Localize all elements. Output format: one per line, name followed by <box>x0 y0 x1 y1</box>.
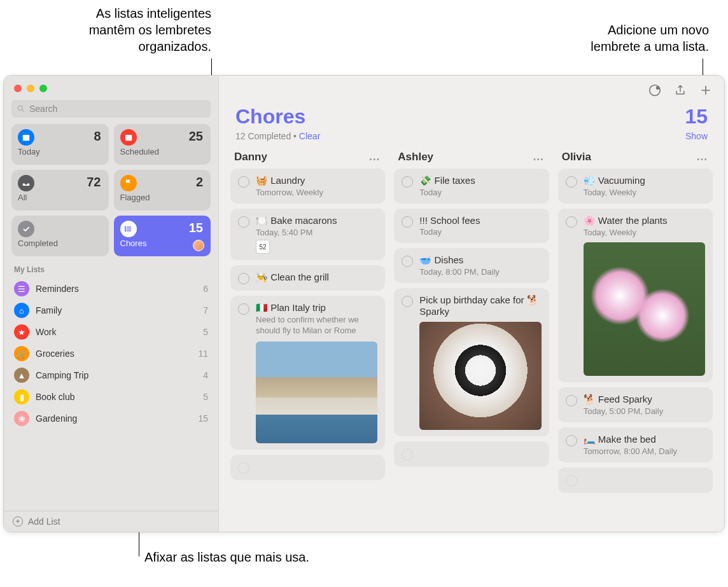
close-window-button[interactable] <box>14 85 22 92</box>
reminder-sub: Today, 5:00 PM, Daily <box>584 406 705 416</box>
list-count: 4 <box>203 370 208 380</box>
reminder-card[interactable]: 🐕 Feed SparkyToday, 5:00 PM, Daily <box>558 387 713 422</box>
card-body: 🥣 DishesToday, 8:00 PM, Daily <box>419 254 541 277</box>
reminder-card[interactable]: 🌸 Water the plantsToday, Weekly <box>558 209 713 382</box>
list-name: Family <box>36 305 197 315</box>
tile-today[interactable]: 8 Today <box>11 124 109 165</box>
sidebar: Search 8 Today 25 Scheduled 72 All 2 Fla… <box>4 76 219 532</box>
checkbox[interactable] <box>566 216 577 228</box>
list-item[interactable]: ▲Camping Trip4 <box>4 364 218 386</box>
column: Olivia…💨 VacuumingToday, Weekly🌸 Water t… <box>558 148 713 532</box>
clear-button[interactable]: Clear <box>299 131 320 141</box>
column: Danny…🧺 LaundryTomorrow, Weekly🍽️ Bake m… <box>230 148 385 532</box>
svg-rect-2 <box>23 135 30 141</box>
list-name: Book club <box>36 392 197 402</box>
tray-icon <box>18 175 34 191</box>
reminder-title: 👨‍🍳 Clean the grill <box>256 272 377 283</box>
add-list-button[interactable]: + Add List <box>4 511 218 532</box>
reminder-card[interactable]: 🧺 LaundryTomorrow, Weekly <box>230 169 385 204</box>
tile-completed[interactable]: Completed <box>11 216 109 256</box>
tile-flagged[interactable]: 2 Flagged <box>114 170 211 211</box>
search-input[interactable]: Search <box>11 100 211 118</box>
checkbox[interactable] <box>402 176 413 188</box>
list-count: 5 <box>203 392 208 402</box>
cards: 💸 File taxesToday!!! School feesToday🥣 D… <box>394 169 549 467</box>
checkbox[interactable] <box>566 435 577 446</box>
list-name: Gardening <box>36 413 192 424</box>
column-more-button[interactable]: … <box>368 150 381 163</box>
reminder-card[interactable]: 👨‍🍳 Clean the grill <box>230 265 385 291</box>
list-item[interactable]: ❀Gardening15 <box>4 408 218 429</box>
reminder-title: 💸 File taxes <box>419 175 541 186</box>
checkbox[interactable] <box>238 176 249 188</box>
list-item[interactable]: ▮Book club5 <box>4 386 218 408</box>
cards: 💨 VacuumingToday, Weekly🌸 Water the plan… <box>558 169 713 493</box>
tile-scheduled[interactable]: 25 Scheduled <box>114 124 211 165</box>
checkmark-icon <box>18 221 34 237</box>
week-badge: 52 <box>256 240 270 254</box>
share-button[interactable] <box>673 83 687 97</box>
tile-count: 25 <box>189 129 203 144</box>
column-title: Ashley <box>398 151 433 163</box>
list-name: Camping Trip <box>36 370 197 380</box>
column-header: Danny… <box>230 148 385 169</box>
reminder-card[interactable]: 🇮🇹 Plan Italy tripNeed to confirm whethe… <box>230 296 385 450</box>
reminder-image <box>584 242 705 376</box>
card-body: 👨‍🍳 Clean the grill <box>256 272 377 284</box>
reminder-title: 🥣 Dishes <box>419 254 541 266</box>
list-item[interactable]: 🛒Groceries11 <box>4 343 218 364</box>
search-placeholder: Search <box>29 104 57 114</box>
reminder-card[interactable] <box>394 441 549 467</box>
fullscreen-window-button[interactable] <box>39 85 47 92</box>
checkbox[interactable] <box>238 216 249 228</box>
reminder-image <box>419 322 541 430</box>
column-more-button[interactable]: … <box>696 150 709 163</box>
tile-chores[interactable]: 15 Chores <box>114 216 211 256</box>
shared-avatar-icon <box>193 240 204 251</box>
checkbox[interactable] <box>402 216 413 228</box>
reminder-card[interactable]: Pick up birthday cake for 🐕 Sparky <box>394 288 549 436</box>
reminder-image <box>256 342 377 443</box>
tile-count: 15 <box>189 221 203 235</box>
reminder-card[interactable]: !!! School feesToday <box>394 209 549 243</box>
list-name: Groceries <box>36 349 192 359</box>
minimize-window-button[interactable] <box>27 85 34 92</box>
show-button[interactable]: Show <box>685 131 708 141</box>
reminder-title: 🐕 Feed Sparky <box>584 394 705 405</box>
reminders-window: Search 8 Today 25 Scheduled 72 All 2 Fla… <box>3 75 725 532</box>
tile-label: All <box>18 193 102 202</box>
checkbox[interactable] <box>566 395 577 406</box>
reminder-sub: Today <box>419 188 541 197</box>
column-title: Danny <box>234 151 267 163</box>
tile-count: 72 <box>87 175 101 190</box>
card-body: Pick up birthday cake for 🐕 Sparky <box>419 294 541 430</box>
checkbox[interactable] <box>402 296 413 307</box>
list-subheader: 12 Completed • Clear Show <box>219 131 724 148</box>
reminder-card[interactable]: 💸 File taxesToday <box>394 169 549 204</box>
column-more-button[interactable]: … <box>533 150 545 163</box>
list-item[interactable]: ★Work5 <box>4 321 218 343</box>
svg-point-8 <box>125 228 125 229</box>
collaborate-button[interactable] <box>648 83 662 97</box>
reminder-card[interactable]: 🍽️ Bake macaronsToday, 5:40 PM52 <box>230 209 385 260</box>
card-body: 🍽️ Bake macaronsToday, 5:40 PM52 <box>256 215 377 254</box>
list-item[interactable]: ☰Reminders6 <box>4 278 218 300</box>
section-header: My Lists <box>4 256 218 278</box>
checkbox[interactable] <box>402 256 413 267</box>
checkbox[interactable] <box>566 176 577 188</box>
tile-label: Completed <box>18 238 102 248</box>
reminder-card[interactable]: 🛏️ Make the bedTomorrow, 8:00 AM, Daily <box>558 427 713 462</box>
checkbox[interactable] <box>238 303 249 315</box>
reminder-card[interactable]: 🥣 DishesToday, 8:00 PM, Daily <box>394 248 549 283</box>
reminder-title: !!! School fees <box>419 215 541 226</box>
add-reminder-button[interactable] <box>699 83 713 97</box>
reminder-card[interactable]: 💨 VacuumingToday, Weekly <box>558 169 713 204</box>
tile-all[interactable]: 72 All <box>11 170 109 211</box>
list-count: 6 <box>203 284 208 294</box>
list-item[interactable]: ⌂Family7 <box>4 300 218 321</box>
checkbox[interactable] <box>238 273 249 284</box>
list-count: 5 <box>203 327 208 337</box>
cards: 🧺 LaundryTomorrow, Weekly🍽️ Bake macaron… <box>230 169 385 480</box>
reminder-card[interactable] <box>558 467 713 493</box>
reminder-card[interactable] <box>230 455 385 480</box>
